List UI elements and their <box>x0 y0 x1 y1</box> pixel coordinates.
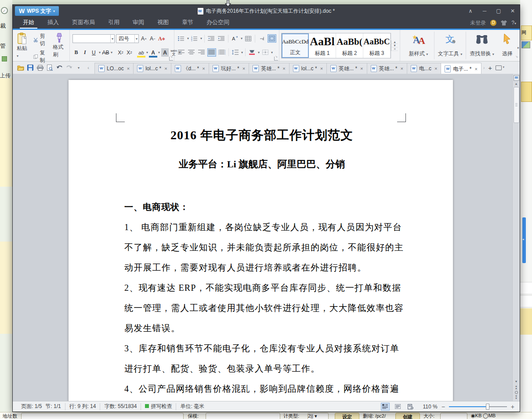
document-tab-9[interactable]: 电子... *× <box>441 63 481 75</box>
login-status[interactable]: 未登录 <box>470 19 486 27</box>
next-page-button[interactable]: ▼▼ <box>515 395 518 400</box>
subscript-button[interactable]: X2 <box>126 48 133 57</box>
document-tab-2[interactable]: 《d... *× <box>171 63 209 74</box>
open-button[interactable] <box>16 63 25 72</box>
document-tab-3[interactable]: 玩好... *× <box>209 63 249 74</box>
paste-button[interactable]: 粘贴 ▾ <box>15 32 29 59</box>
help-button[interactable]: ?▾ <box>511 20 516 26</box>
tab-list-button[interactable] <box>496 65 502 70</box>
paragraph-dialog-launcher[interactable] <box>274 57 278 61</box>
menu-tab-7[interactable]: 办公空间 <box>200 17 236 29</box>
find-replace-button[interactable]: 查找替换 ▾ <box>466 32 498 59</box>
italic-button[interactable]: I <box>81 48 89 57</box>
tabs-scroll-right[interactable]: › <box>483 65 485 70</box>
align-center-button[interactable] <box>187 48 196 57</box>
text-scale-button[interactable]: A <box>231 34 239 43</box>
document-page[interactable]: 2016 年电子商务部工作计划范文业务平台：Li 旗舰店、阿里巴巴、分销一、电商… <box>69 80 453 401</box>
wps-menu-button[interactable]: W WPS 文字 ▾ <box>15 6 59 16</box>
grow-font-button[interactable]: A+ <box>140 35 148 43</box>
menu-tab-0[interactable]: 开始 <box>16 17 41 29</box>
previous-page-button[interactable]: ▲▲ <box>515 385 518 390</box>
text-direction-button[interactable] <box>268 34 276 43</box>
doc-tab-close-icon[interactable]: × <box>164 66 167 71</box>
styles-scroll-up[interactable]: ▲ <box>391 40 398 44</box>
document-tab-1[interactable]: lol...c *× <box>133 63 170 74</box>
new-document-tab-button[interactable]: + <box>488 64 492 72</box>
zoom-slider[interactable] <box>449 404 507 410</box>
increase-indent-button[interactable] <box>217 34 226 43</box>
styles-dialog-launcher[interactable] <box>515 57 519 61</box>
document-tab-6[interactable]: 英雄... *× <box>326 63 366 74</box>
align-right-button[interactable] <box>197 48 206 57</box>
zoom-slider-thumb[interactable] <box>486 404 489 410</box>
cut-button[interactable]: 剪切 <box>32 32 49 48</box>
new-style-button[interactable]: A A 新样式 ▾ <box>403 32 434 59</box>
styles-more-button[interactable]: ≡ <box>391 47 398 51</box>
strikethrough-button[interactable]: AB <box>102 48 109 57</box>
qa-dropdown[interactable]: ▾ <box>74 63 83 72</box>
word-count[interactable]: 字数: 55/1834 <box>100 403 141 410</box>
outline-view-button[interactable] <box>394 403 402 411</box>
document-tab-0[interactable]: LO...oc× <box>94 63 133 74</box>
menu-tab-3[interactable]: 引用 <box>101 17 126 29</box>
font-size-combo[interactable]: 四号▾ <box>116 34 139 43</box>
doc-tab-close-icon[interactable]: × <box>474 66 477 72</box>
scrollbar-thumb[interactable] <box>514 87 519 123</box>
doc-tab-close-icon[interactable]: × <box>282 66 285 71</box>
scroll-up-arrow[interactable]: ▲ <box>515 82 518 86</box>
doc-tab-close-icon[interactable]: × <box>434 66 437 71</box>
undo-button[interactable] <box>55 63 64 72</box>
close-button[interactable]: ✕ <box>506 5 520 17</box>
maximize-button[interactable]: ▢ <box>492 5 506 17</box>
menu-tab-1[interactable]: 插入 <box>41 17 65 29</box>
numbering-button[interactable]: 123 <box>190 34 199 43</box>
select-button[interactable]: 选择 <box>498 32 517 59</box>
format-painter-button[interactable]: 格式刷 <box>51 32 67 59</box>
shrink-font-button[interactable]: A− <box>149 35 156 43</box>
vip-icon[interactable]: D <box>490 20 496 26</box>
skin-icon[interactable] <box>501 20 507 26</box>
ribbon-overflow-arrow[interactable]: ▸ <box>518 46 519 50</box>
bullets-button[interactable] <box>177 34 186 43</box>
decrease-indent-button[interactable] <box>207 34 216 43</box>
vertical-scrollbar[interactable]: ▲ ▼ ▲▲ ▼▼ <box>512 74 520 401</box>
document-tab-4[interactable]: 英雄... *× <box>249 63 289 74</box>
align-left-button[interactable] <box>177 48 186 57</box>
underline-button[interactable]: U <box>90 48 98 57</box>
menu-tab-6[interactable]: 章节 <box>175 17 200 29</box>
doc-tab-close-icon[interactable]: × <box>242 66 245 71</box>
char-shading-button[interactable]: A <box>161 48 169 57</box>
menu-tab-2[interactable]: 页面布局 <box>65 17 101 29</box>
style-card-2[interactable]: AaBb(标题 2 <box>336 33 363 58</box>
line-spacing-button[interactable] <box>231 48 240 57</box>
font-name-combo[interactable]: ▾ <box>72 34 115 43</box>
document-content[interactable]: 2016 年电子商务部工作计划范文业务平台：Li 旗舰店、阿里巴巴、分销一、电商… <box>124 126 399 399</box>
styles-scroll-down[interactable]: ▼ <box>391 44 398 47</box>
doc-tab-close-icon[interactable]: × <box>401 66 403 71</box>
style-card-0[interactable]: AaBbCcDd正文 <box>282 33 309 58</box>
document-tab-5[interactable]: lol...c *× <box>289 63 326 74</box>
shading-button[interactable] <box>248 48 257 57</box>
borders-button[interactable] <box>261 48 270 57</box>
distribute-button[interactable] <box>217 48 226 57</box>
page-view-button[interactable] <box>381 403 390 411</box>
style-card-1[interactable]: AaBl标题 1 <box>309 33 336 58</box>
zoom-in-button[interactable]: + <box>511 403 514 410</box>
font-color-button[interactable]: A <box>149 48 157 57</box>
scroll-down-arrow[interactable]: ▼ <box>515 379 518 384</box>
font-dialog-launcher[interactable] <box>169 57 173 61</box>
redo-button[interactable] <box>65 63 73 72</box>
justify-button[interactable] <box>207 48 216 57</box>
doc-tab-close-icon[interactable]: × <box>202 66 205 71</box>
doc-tab-close-icon[interactable]: × <box>320 66 323 71</box>
minimize-button[interactable]: ─ <box>478 5 492 17</box>
doc-tab-close-icon[interactable]: × <box>360 66 363 71</box>
tabs-scroll-left[interactable]: ‹ <box>84 63 93 72</box>
clear-format-button[interactable]: A◆ <box>158 35 166 43</box>
highlight-color-button[interactable]: ab <box>138 48 145 57</box>
superscript-button[interactable]: X2 <box>117 48 124 57</box>
menu-tab-4[interactable]: 审阅 <box>126 17 151 29</box>
zoom-out-button[interactable]: − <box>442 403 445 410</box>
doc-tab-close-icon[interactable]: × <box>127 66 130 71</box>
select-browse-object-button[interactable] <box>515 391 518 394</box>
